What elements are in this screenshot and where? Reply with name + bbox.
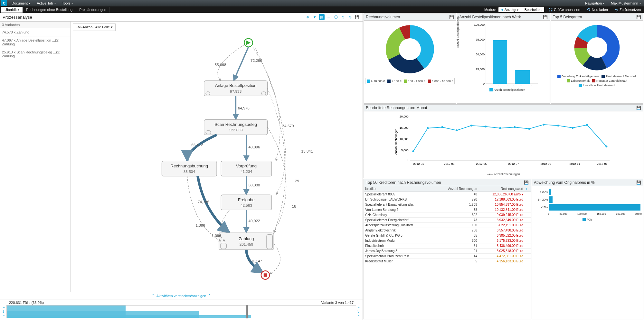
svg-text:Rechnungsbuchung: Rechnungsbuchung (170, 164, 208, 168)
kreditoren-table[interactable]: Kreditor Anzahl Rechnungen Rechnungswert… (364, 186, 531, 319)
mode-edit[interactable]: Bearbeiten (522, 7, 544, 12)
panel-top5-belegarten: Top 5 Belegarten💾 Bestellung Einkauf All… (551, 14, 643, 104)
svg-point-75 (543, 124, 545, 126)
node-scan-rechnungsbeleg[interactable]: Scan Rechnungsbeleg 123,639 (204, 120, 268, 135)
svg-text:2012-11: 2012-11 (570, 162, 580, 165)
menu-active-tab[interactable]: Active Tab (33, 0, 59, 6)
table-row[interactable]: Einzeltechnik815,436,499.00 Euro (364, 243, 531, 249)
toggle-activities[interactable]: Aktivitäten verstecken/anzeigen (0, 292, 363, 299)
table-row[interactable]: CH4 Chemistry3029,039,245.00 Euro (364, 212, 531, 218)
svg-rect-28 (267, 235, 272, 249)
menu-user[interactable]: Max Mustermann (608, 1, 644, 5)
tool-info[interactable]: ⓘ (333, 14, 339, 20)
svg-text:2013-01: 2013-01 (597, 162, 608, 165)
svg-text:2012-01: 2012-01 (413, 162, 424, 165)
mode-toggle[interactable]: Anzeigen Bearbeiten (498, 7, 544, 12)
slider-left-stepper[interactable]: ⌃1⌄ (3, 307, 5, 316)
panel-title: Anzahl Bestellpositionen nach Werk (459, 15, 521, 19)
mode-view[interactable]: Anzeigen (498, 7, 522, 12)
undo-icon (614, 8, 618, 12)
panel-monthly: Bearbeitete Rechnungen pro Monat💾 Anzahl… (364, 104, 643, 178)
menu-tools[interactable]: Tools (59, 0, 76, 6)
svg-text:2012-07: 2012-07 (508, 162, 519, 165)
node-zahlung[interactable]: Zahlung 201,459 (219, 233, 274, 250)
variant-item[interactable]: 25.913 x Scan Rechnungsbeleg ...(2) Zahl… (0, 48, 71, 60)
tab-price-changes[interactable]: Preisänderungen (76, 7, 110, 13)
svg-point-78 (586, 124, 588, 126)
save-icon[interactable]: 💾 (636, 180, 641, 185)
table-row[interactable]: Geräte GmbH & Co. KG 5356,305,522.00 Eur… (364, 233, 531, 238)
save-icon[interactable]: 💾 (524, 180, 529, 185)
line-chart[interactable]: Anzahl Rechnungen 20,000 15,000 10,000 5… (364, 111, 643, 177)
svg-point-70 (470, 125, 472, 127)
svg-text:38,300: 38,300 (249, 183, 260, 187)
svg-text:55,698: 55,698 (215, 62, 227, 67)
expand-icon (549, 8, 553, 12)
svg-rect-51 (516, 70, 530, 84)
reset-button[interactable]: Zurücksetzen (612, 8, 643, 12)
mode-label: Modus: (484, 8, 496, 12)
svg-text:2012-09: 2012-09 (541, 162, 551, 165)
panel-title: Top 5 Belegarten (553, 15, 582, 19)
table-row[interactable]: Dr. Schrödinger LABWORKS79012,188,863.00… (364, 197, 531, 202)
table-row[interactable]: Kreditinstitut Müller54,156,133.00 Euro (364, 259, 531, 264)
node-rechnungsbuchung[interactable]: Rechnungsbuchung 83,504 (162, 161, 217, 176)
hbar-chart[interactable]: > 20% 5 - 20% < 5% 050,000100,000 150,00… (532, 186, 643, 319)
tool-zoom-out[interactable]: ⊖ (340, 14, 346, 20)
tab-overview[interactable]: Überblick (1, 7, 23, 13)
fit-button[interactable]: Größe anpassen (547, 8, 582, 12)
table-row[interactable]: Spezialtechnik Produzent Rain144,472,661… (364, 254, 531, 259)
case-count-dropdown[interactable]: Fall-Anzahl: Alle Fälle (73, 24, 116, 31)
save-icon[interactable]: 💾 (636, 106, 641, 110)
svg-text:Anlage Bestellposition: Anlage Bestellposition (215, 83, 257, 88)
svg-text:40,922: 40,922 (249, 219, 260, 223)
tab-invoices-no-order[interactable]: Rechnungen ohne Bestellung (23, 7, 76, 13)
menu-document[interactable]: Document (8, 0, 33, 6)
menu-navigation[interactable]: Navigation (582, 1, 608, 5)
tool-save[interactable]: 💾 (354, 14, 360, 20)
add-column-icon[interactable]: + (525, 186, 531, 192)
tool-filter[interactable]: ▼ (312, 14, 317, 20)
table-row[interactable]: Speziallieferant Bauabteilung allg.1,708… (364, 202, 531, 207)
donut-chart[interactable] (383, 22, 437, 77)
slider-right-stepper[interactable]: ⌃3⌄ (357, 307, 360, 316)
svg-text:2012-03: 2012-03 (444, 162, 455, 165)
svg-text:40,896: 40,896 (249, 145, 260, 149)
svg-text:64,976: 64,976 (238, 106, 250, 110)
table-row[interactable]: Von-Lamen Beratung 25810,132,841.00 Euro (364, 207, 531, 212)
svg-rect-38 (264, 273, 267, 277)
save-icon[interactable]: 💾 (543, 15, 548, 19)
svg-text:97,933: 97,933 (230, 89, 242, 94)
tool-view-list[interactable]: ☰ (326, 14, 332, 20)
tool-move[interactable]: ✥ (305, 14, 310, 20)
table-row[interactable]: Industriestrom Modul3006,175,533.00 Euro (364, 238, 531, 243)
svg-rect-50 (493, 40, 507, 84)
variant-item[interactable]: 74.578 x Zahlung (0, 28, 71, 36)
table-row[interactable]: James Joy Beratung 3915,025,318.00 Euro (364, 249, 531, 254)
tool-zoom-in[interactable]: ⊕ (347, 14, 353, 20)
donut-chart[interactable] (571, 22, 623, 73)
node-anlage-bestellposition[interactable]: Anlage Bestellposition 97,933 (204, 81, 268, 96)
save-icon[interactable]: 💾 (449, 15, 454, 19)
save-icon[interactable]: 💾 (636, 15, 641, 19)
node-vorpruefung[interactable]: Vorprüfung 41,234 (221, 161, 272, 176)
svg-text:83,504: 83,504 (184, 169, 195, 174)
svg-text:201,147: 201,147 (249, 259, 262, 263)
table-row[interactable]: Speziallieferant Energiebedarf738,932,84… (364, 218, 531, 223)
tool-view-graph[interactable]: ▤ (319, 14, 325, 20)
process-graph[interactable]: Fall-Anzahl: Alle Fälle 72,260 55,698 (71, 22, 363, 292)
table-row[interactable]: Angler Elektrotechnik7066,557,438.00 Eur… (364, 228, 531, 233)
bar-chart[interactable]: Anzahl Bestellpositionen 100,000 75,000 … (457, 21, 549, 103)
table-row[interactable]: Speziallieferant 89094812,308,268.00 Eur… (364, 192, 531, 197)
svg-rect-26 (219, 233, 274, 250)
panel-title: Abweichung vom Originalpreis in % (534, 180, 595, 185)
table-row[interactable]: Arbeitsplatzausstattung Qualitätst.1606,… (364, 223, 531, 228)
variant-item[interactable]: 47.067 x Anlage Bestellposition ...(2) Z… (0, 36, 71, 48)
svg-text:201,459: 201,459 (240, 242, 253, 247)
svg-text:74,186: 74,186 (198, 200, 210, 204)
app-logo: C (1, 0, 7, 6)
svg-rect-27 (221, 243, 226, 249)
slider-track[interactable] (6, 305, 356, 318)
reload-button[interactable]: Neu laden (585, 8, 610, 12)
node-freigabe[interactable]: Freigabe 42,583 (221, 195, 272, 210)
